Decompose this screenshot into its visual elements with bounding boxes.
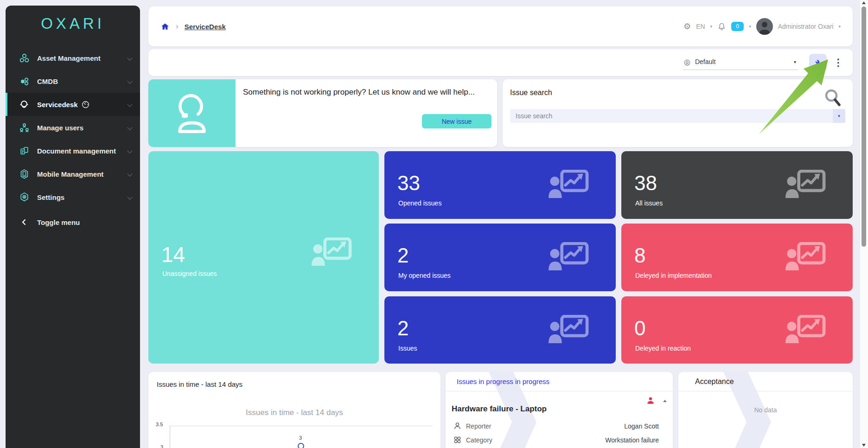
sidebar-item-label: Document management	[37, 147, 116, 155]
presentation-icon	[785, 315, 826, 346]
tile-label: Deleyed in implementation	[635, 272, 712, 279]
page-scrollbar[interactable]	[860, 0, 868, 448]
issue-search-title: Issue search	[510, 89, 552, 97]
sidebar-item-manage-users[interactable]: Manage users	[6, 116, 140, 139]
issue-search-input[interactable]	[510, 109, 845, 123]
servicedesk-icon	[19, 99, 30, 110]
tile-opened-issues[interactable]: 33 Opened issues	[384, 151, 616, 219]
tile-my-opened-issues[interactable]: 2 My opened issues	[384, 224, 616, 291]
breadcrumb-separator: ›	[176, 22, 179, 31]
tile-label: Deleyed in reaction	[635, 345, 691, 352]
chevron-down-icon[interactable]: ▾	[838, 24, 841, 29]
scrollbar-down-arrow[interactable]	[862, 444, 866, 447]
sidebar-item-label: Manage users	[37, 124, 83, 132]
y-axis-tick: 3	[160, 444, 163, 448]
chart-y-axis	[170, 426, 170, 448]
sidebar-item-label: Settings	[37, 193, 64, 201]
notification-badge[interactable]: 0	[731, 22, 744, 31]
avatar[interactable]	[756, 18, 773, 35]
header-controls: ⚙ EN ▾ 0 ▾ Administrator Oxari ▾	[683, 18, 841, 35]
bell-icon[interactable]	[717, 22, 726, 31]
search-dropdown-caret[interactable]: ▾	[833, 109, 845, 123]
issue-field-row: Reporter Logan Scott	[453, 422, 659, 430]
help-message: Something is not working properly? Let u…	[243, 88, 475, 97]
headset-support-icon	[166, 88, 217, 139]
view-select[interactable]: ◎ Default ▾	[683, 56, 798, 70]
sidebar-item-label: Asset Management	[37, 54, 101, 62]
home-icon[interactable]	[160, 22, 170, 31]
scrollbar-thumb[interactable]	[862, 6, 866, 247]
gear-icon[interactable]: ⚙	[683, 21, 691, 32]
search-icon	[824, 89, 842, 109]
tile-value: 8	[634, 244, 645, 267]
chevron-down-icon[interactable]: ▾	[710, 24, 713, 29]
empty-state-text: No data	[678, 406, 853, 414]
reporter-person-icon	[453, 422, 463, 430]
chevron-down-icon	[127, 194, 132, 199]
tile-unassigned-issues[interactable]: 14 Unassigned issues	[148, 151, 379, 364]
presentation-icon	[548, 315, 589, 346]
scroll-up-icon[interactable]	[663, 400, 667, 402]
chevron-down-icon	[127, 171, 132, 176]
user-menu[interactable]: Administrator Oxari	[778, 23, 834, 30]
configure-dashboard-button[interactable]	[809, 54, 827, 71]
sidebar-item-label: Mobile Management	[37, 170, 103, 178]
sidebar-item-asset-management[interactable]: Asset Management	[6, 46, 140, 70]
tile-value: 33	[397, 172, 420, 195]
sidebar-item-document-management[interactable]: Document management	[6, 139, 140, 162]
data-point-marker[interactable]	[298, 443, 304, 448]
sidebar-item-servicedesk[interactable]: Servicedesk	[6, 93, 140, 116]
tile-label: Opened issues	[398, 199, 441, 207]
issues-in-progress-card: Issues in progress in progress Hardware …	[446, 372, 673, 448]
wrench-icon	[813, 58, 823, 67]
card-title[interactable]: Issues in progress in progress	[457, 378, 549, 385]
tile-all-issues[interactable]: 38 All issues	[621, 151, 853, 219]
field-label: Category	[466, 436, 492, 444]
chart-gridline	[170, 426, 432, 426]
more-options-button[interactable]: ⋮	[832, 54, 844, 71]
tile-delayed-implementation[interactable]: 8 Deleyed in implementation	[621, 224, 853, 291]
field-value: Workstation failure	[605, 436, 659, 444]
mobile-management-icon	[19, 168, 30, 179]
toggle-menu-button[interactable]: Toggle menu	[6, 211, 140, 234]
kebab-icon: ⋮	[834, 57, 843, 68]
new-issue-button[interactable]: New issue	[422, 114, 491, 128]
settings-icon	[19, 192, 30, 203]
data-point-label: 3	[296, 435, 305, 441]
sidebar-item-mobile-management[interactable]: Mobile Management	[6, 162, 140, 186]
assignee-person-icon	[646, 396, 655, 407]
presentation-icon	[548, 170, 589, 201]
view-select-value: Default	[695, 58, 715, 65]
language-selector[interactable]: EN	[696, 23, 705, 30]
issues-in-time-card: Issues in time - last 14 days Issues in …	[148, 372, 440, 448]
card-title: Acceptance	[695, 378, 734, 386]
issue-item-title[interactable]: Hardware failure - Laptop	[452, 404, 547, 414]
tile-delayed-reaction[interactable]: 0 Deleyed in reaction	[621, 296, 853, 364]
dashboard-toolbar: ◎ Default ▾ ⋮	[148, 49, 853, 76]
field-value: Logan Scott	[624, 422, 659, 430]
issue-field-row: Category Workstation failure	[453, 435, 659, 444]
presentation-icon	[785, 242, 826, 273]
scrollbar-up-arrow[interactable]	[862, 1, 866, 4]
dashboard-gauge-icon	[82, 101, 89, 109]
chevron-down-icon	[127, 102, 132, 107]
chevron-down-icon	[127, 125, 132, 130]
chevron-down-icon[interactable]: ▾	[749, 24, 751, 29]
sidebar-item-label: CMDB	[37, 77, 58, 85]
category-icon	[453, 435, 463, 444]
help-card-illustration	[148, 79, 236, 147]
servicedesk-dashboard: OXARI Asset Management	[0, 0, 868, 448]
breadcrumb[interactable]: ServiceDesk	[185, 23, 226, 31]
chevron-down-icon	[127, 78, 132, 83]
tile-value: 0	[634, 317, 645, 340]
sidebar-item-settings[interactable]: Settings	[6, 186, 140, 209]
sidebar-item-cmdb[interactable]: CMDB	[6, 70, 140, 93]
sidebar-menu: Asset Management CMDB	[6, 46, 140, 234]
card-header: Issues in time - last 14 days	[157, 380, 243, 388]
tile-label: Unassigned issues	[162, 270, 217, 277]
tile-issues[interactable]: 2 Issues	[384, 296, 616, 364]
presentation-icon	[311, 237, 352, 269]
cmdb-icon	[19, 76, 30, 87]
tile-label: All issues	[635, 199, 663, 207]
document-management-icon	[19, 145, 30, 156]
